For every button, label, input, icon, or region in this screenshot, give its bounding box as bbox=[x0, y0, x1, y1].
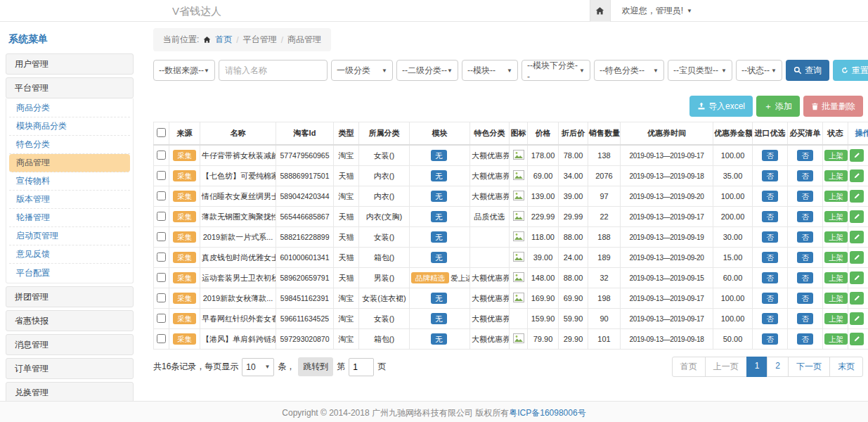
filter-select[interactable]: --宝贝类型--▼ bbox=[668, 60, 732, 81]
import-optional-badge[interactable]: 否 bbox=[762, 211, 778, 223]
must-buy-badge[interactable]: 否 bbox=[797, 313, 813, 325]
sidebar-group-header[interactable]: 订单管理 bbox=[6, 358, 134, 379]
must-buy-badge[interactable]: 否 bbox=[797, 252, 813, 264]
must-buy-badge[interactable]: 否 bbox=[797, 150, 813, 162]
status-badge[interactable]: 上架 bbox=[824, 150, 848, 162]
must-buy-badge[interactable]: 否 bbox=[797, 231, 813, 243]
filter-select[interactable]: --特色分类--▼ bbox=[594, 60, 664, 81]
status-badge[interactable]: 上架 bbox=[824, 252, 848, 264]
sidebar-item[interactable]: 意见反馈 bbox=[9, 245, 130, 264]
query-button[interactable]: 查询 bbox=[786, 60, 829, 81]
sidebar-group-header[interactable]: 平台管理 bbox=[6, 77, 134, 98]
cell-source: 采集 bbox=[169, 186, 200, 207]
edit-button[interactable] bbox=[850, 271, 864, 284]
sidebar-item[interactable]: 模块商品分类 bbox=[9, 117, 130, 136]
filter-select[interactable]: 一级分类▼ bbox=[331, 60, 393, 81]
row-checkbox[interactable] bbox=[157, 293, 166, 302]
page-button[interactable]: 1 bbox=[746, 357, 768, 377]
batch-delete-button[interactable]: 批量删除 bbox=[803, 96, 863, 117]
import-optional-badge[interactable]: 否 bbox=[762, 272, 778, 284]
status-badge[interactable]: 上架 bbox=[824, 231, 848, 243]
status-badge[interactable]: 上架 bbox=[824, 272, 848, 284]
status-badge[interactable]: 上架 bbox=[824, 293, 848, 305]
row-checkbox[interactable] bbox=[157, 273, 166, 282]
cell-source: 采集 bbox=[169, 166, 200, 186]
sidebar-group-header[interactable]: 用户管理 bbox=[6, 53, 134, 75]
page-button[interactable]: 末页 bbox=[829, 357, 863, 377]
edit-button[interactable] bbox=[850, 312, 864, 325]
status-badge[interactable]: 上架 bbox=[824, 333, 848, 345]
must-buy-badge[interactable]: 否 bbox=[797, 170, 813, 182]
row-checkbox[interactable] bbox=[157, 232, 166, 241]
edit-button[interactable] bbox=[850, 149, 864, 162]
must-buy-badge[interactable]: 否 bbox=[797, 191, 813, 203]
page-button[interactable]: 下一页 bbox=[788, 357, 830, 377]
sidebar-group-header[interactable]: 拼团管理 bbox=[6, 286, 134, 307]
import-excel-button[interactable]: 导入excel bbox=[689, 96, 753, 117]
row-checkbox[interactable] bbox=[157, 171, 166, 180]
filter-source-select[interactable]: --数据来源-- ▼ bbox=[153, 60, 215, 81]
must-buy-badge[interactable]: 否 bbox=[797, 272, 813, 284]
row-checkbox[interactable] bbox=[157, 252, 166, 262]
import-optional-badge[interactable]: 否 bbox=[762, 293, 778, 305]
home-button[interactable] bbox=[590, 0, 611, 22]
filter-select[interactable]: --模块--▼ bbox=[462, 60, 518, 81]
sidebar-item[interactable]: 版本管理 bbox=[9, 191, 130, 209]
sidebar-group-header[interactable]: 消息管理 bbox=[6, 334, 134, 355]
import-optional-badge[interactable]: 否 bbox=[762, 231, 778, 243]
sidebar-item[interactable]: 平台配置 bbox=[9, 264, 130, 282]
import-optional-badge[interactable]: 否 bbox=[762, 313, 778, 325]
import-optional-badge[interactable]: 否 bbox=[762, 252, 778, 264]
page-button[interactable]: 2 bbox=[767, 357, 789, 377]
row-checkbox[interactable] bbox=[157, 212, 166, 221]
edit-button[interactable] bbox=[850, 292, 864, 305]
status-badge[interactable]: 上架 bbox=[824, 313, 848, 325]
filter-select[interactable]: --二级分类--▼ bbox=[396, 60, 458, 81]
icp-link[interactable]: 粤ICP备16098006号 bbox=[509, 407, 585, 419]
name-search-input[interactable] bbox=[219, 60, 328, 81]
reset-button[interactable]: 重置 bbox=[833, 60, 868, 81]
user-menu[interactable]: 欢迎您，管理员! ▼ bbox=[622, 5, 692, 17]
row-checkbox[interactable] bbox=[157, 334, 166, 343]
edit-button[interactable] bbox=[850, 333, 864, 345]
filter-select[interactable]: --状态--▼ bbox=[736, 60, 782, 81]
edit-button[interactable] bbox=[850, 210, 864, 223]
import-optional-badge[interactable]: 否 bbox=[762, 191, 778, 203]
add-button[interactable]: ＋ 添加 bbox=[756, 96, 800, 117]
select-all-checkbox[interactable] bbox=[157, 128, 166, 137]
import-optional-badge[interactable]: 否 bbox=[762, 150, 778, 162]
sidebar-item[interactable]: 启动页管理 bbox=[9, 227, 130, 245]
import-optional-badge[interactable]: 否 bbox=[762, 170, 778, 182]
row-checkbox[interactable] bbox=[157, 314, 166, 323]
edit-button[interactable] bbox=[850, 190, 864, 203]
must-buy-badge[interactable]: 否 bbox=[797, 211, 813, 223]
edit-button[interactable] bbox=[850, 251, 864, 264]
must-buy-badge[interactable]: 否 bbox=[797, 293, 813, 305]
row-checkbox[interactable] bbox=[157, 191, 166, 200]
breadcrumb-home-link[interactable]: 首页 bbox=[215, 34, 232, 46]
page-button[interactable]: 上一页 bbox=[705, 357, 747, 377]
sidebar-group-header[interactable]: 兑换管理 bbox=[6, 382, 134, 403]
sidebar-group-header[interactable]: 省惠快报 bbox=[6, 310, 134, 331]
sidebar-item[interactable]: 轮播管理 bbox=[9, 209, 130, 227]
edit-button[interactable] bbox=[850, 231, 864, 243]
status-badge[interactable]: 上架 bbox=[824, 211, 848, 223]
cell-type: 天猫 bbox=[334, 248, 359, 268]
sidebar-item[interactable]: 特色分类 bbox=[9, 136, 130, 154]
select-value: --宝贝类型-- bbox=[673, 65, 718, 77]
status-badge[interactable]: 上架 bbox=[824, 191, 848, 203]
must-buy-badge[interactable]: 否 bbox=[797, 333, 813, 345]
sidebar-item[interactable]: 商品分类 bbox=[9, 99, 130, 117]
row-checkbox[interactable] bbox=[157, 151, 166, 160]
status-badge[interactable]: 上架 bbox=[824, 170, 848, 182]
sidebar-item[interactable]: 商品管理 bbox=[9, 154, 130, 172]
per-page-select[interactable]: 10 ▼ bbox=[242, 358, 274, 376]
sidebar-item[interactable]: 宣传物料 bbox=[9, 172, 130, 191]
page-button[interactable]: 首页 bbox=[672, 357, 706, 377]
per-page-value: 10 bbox=[246, 362, 255, 372]
jump-button[interactable]: 跳转到 bbox=[298, 357, 333, 376]
jump-page-input[interactable] bbox=[349, 358, 374, 376]
import-optional-badge[interactable]: 否 bbox=[762, 333, 778, 345]
edit-button[interactable] bbox=[850, 170, 864, 182]
filter-select[interactable]: --模块下分类--▼ bbox=[522, 60, 590, 81]
